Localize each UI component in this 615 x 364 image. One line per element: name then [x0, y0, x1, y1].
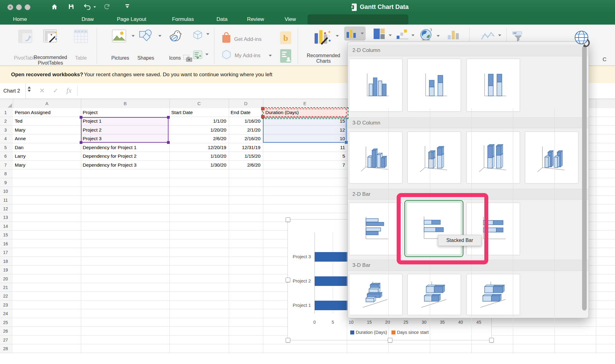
column-header-E[interactable]: E: [303, 99, 306, 108]
chart-type-3d-100-stacked-column[interactable]: [466, 132, 520, 184]
name-box-stepper[interactable]: [28, 86, 31, 92]
screenshot-icon[interactable]: [183, 55, 193, 64]
chart-type-3d-stacked-bar[interactable]: [407, 274, 461, 315]
chart-selection-handle[interactable]: [489, 338, 494, 342]
purple-range-b2-b4[interactable]: [81, 117, 169, 143]
chart-bar-project-3[interactable]: [315, 252, 351, 262]
insert-function-icon[interactable]: fx: [66, 83, 72, 98]
row-header-25[interactable]: 25: [0, 318, 11, 327]
home-icon[interactable]: [51, 3, 58, 10]
row-header-13[interactable]: 13: [0, 213, 11, 222]
chart-selection-handle[interactable]: [286, 338, 290, 342]
name-box[interactable]: Chart 2: [0, 83, 26, 98]
pivottable-icon[interactable]: [18, 30, 32, 44]
recommended-charts-dropdown-caret[interactable]: [336, 35, 339, 37]
row-header-21[interactable]: 21: [0, 283, 11, 292]
smartart-dropdown-caret[interactable]: [205, 53, 208, 55]
cell-end-date[interactable]: 2/6/20: [229, 161, 260, 169]
cell-end-date[interactable]: 1/16/20: [229, 117, 260, 125]
cell-start-date[interactable]: 2/6/20: [169, 134, 226, 143]
cell-end-date[interactable]: 2/1/20: [229, 126, 260, 134]
minimize-window-button[interactable]: [16, 4, 22, 10]
chart-selection-handle[interactable]: [286, 217, 290, 222]
row-header-6[interactable]: 6: [0, 152, 11, 160]
row-header-28[interactable]: 28: [0, 344, 11, 353]
chart-type-3d-column[interactable]: [525, 132, 578, 184]
save-icon[interactable]: [68, 3, 74, 10]
cell-end-date[interactable]: 2/16/20: [229, 134, 260, 143]
pivottable-button[interactable]: PivotTable: [14, 55, 37, 61]
header-project[interactable]: Project: [83, 108, 144, 117]
cell-person[interactable]: Anne: [15, 134, 76, 143]
chart-selection-handle[interactable]: [286, 278, 290, 282]
tab-review[interactable]: Review: [247, 14, 264, 25]
cell-project[interactable]: Dependency for Project 1: [83, 143, 166, 152]
cell-duration[interactable]: 5: [263, 152, 345, 160]
row-header-10[interactable]: 10: [0, 187, 11, 196]
waterfall-dropdown-caret[interactable]: [411, 34, 415, 36]
cell-project[interactable]: Dependency for Project 2: [83, 152, 166, 160]
undo-dropdown-caret[interactable]: [93, 6, 96, 8]
screenshot-dropdown-caret[interactable]: [196, 57, 199, 59]
chart-type-clustered-bar[interactable]: [349, 203, 403, 255]
cell-person[interactable]: Dan: [15, 143, 76, 152]
header-end-date[interactable]: End Date: [231, 108, 261, 117]
insert-column-bar-chart-button[interactable]: [344, 26, 366, 41]
cell-duration[interactable]: 11: [263, 143, 345, 152]
row-header-3[interactable]: 3: [0, 126, 11, 134]
row-header-20[interactable]: 20: [0, 275, 11, 283]
column-header-A[interactable]: A: [45, 99, 48, 108]
chart-type-stacked-column[interactable]: [407, 59, 461, 112]
cell-start-date[interactable]: 1/10/20: [169, 152, 226, 160]
addin-doc-icon[interactable]: [280, 49, 291, 64]
web-globe-icon[interactable]: [573, 30, 593, 50]
shapes-icon[interactable]: [139, 30, 153, 44]
insert-waterfall-chart-icon[interactable]: [396, 29, 409, 41]
get-addins-icon[interactable]: [221, 32, 231, 44]
table-button[interactable]: Table: [75, 55, 87, 61]
row-header-1[interactable]: 1: [0, 108, 11, 117]
zoom-window-button[interactable]: [25, 4, 30, 10]
cell-end-date[interactable]: 1/15/20: [229, 152, 260, 160]
row-header-18[interactable]: 18: [0, 257, 11, 266]
cell-person[interactable]: Larry: [15, 152, 76, 160]
row-header-16[interactable]: 16: [0, 239, 11, 248]
red-range-handle[interactable]: [261, 107, 264, 110]
purple-range-handle[interactable]: [80, 141, 82, 144]
chart-type-3d-stacked-column[interactable]: [407, 132, 461, 184]
3d-models-icon[interactable]: [192, 30, 203, 41]
insert-pivotchart-icon[interactable]: [446, 29, 461, 41]
row-header-12[interactable]: 12: [0, 204, 11, 213]
chart-type-3d-clustered-column[interactable]: [349, 132, 403, 184]
cell-person[interactable]: Mary: [15, 126, 76, 134]
chart-type-100-stacked-column[interactable]: [466, 59, 520, 112]
purple-range-handle[interactable]: [167, 116, 170, 119]
cell-start-date[interactable]: 1/30/20: [169, 161, 226, 169]
map-dropdown-caret[interactable]: [437, 35, 440, 37]
chart-type-3d-clustered-bar[interactable]: [349, 274, 403, 315]
my-addins-icon[interactable]: [222, 50, 231, 61]
row-header-2[interactable]: 2: [0, 117, 11, 125]
tab-data[interactable]: Data: [216, 14, 228, 25]
row-header-27[interactable]: 27: [0, 336, 11, 344]
redo-icon[interactable]: [103, 3, 110, 10]
pictures-icon[interactable]: [112, 30, 126, 44]
sparkline-dropdown-caret[interactable]: [498, 34, 501, 36]
row-header-4[interactable]: 4: [0, 134, 11, 143]
bing-addin-icon[interactable]: b: [280, 31, 291, 46]
select-all-corner[interactable]: [7, 103, 12, 108]
cancel-icon[interactable]: ✕: [39, 83, 45, 98]
get-addins-button[interactable]: Get Add-ins: [234, 36, 262, 42]
cell-start-date[interactable]: 12/20/19: [169, 143, 226, 152]
my-addins-button[interactable]: My Add-ins: [235, 53, 260, 59]
undo-icon[interactable]: [84, 4, 91, 10]
table-icon[interactable]: [74, 30, 88, 44]
cell-person[interactable]: Ted: [15, 117, 76, 125]
cell-duration[interactable]: 7: [263, 161, 345, 169]
recommended-charts-button[interactable]: RecommendedCharts: [307, 53, 340, 64]
chart-type-3d-100-stacked-bar[interactable]: [466, 274, 520, 315]
dropdown-scrollbar[interactable]: [582, 46, 587, 311]
recommended-charts-icon[interactable]: [313, 29, 331, 47]
ribbon-options-icon[interactable]: [125, 4, 129, 8]
row-header-5[interactable]: 5: [0, 143, 11, 152]
